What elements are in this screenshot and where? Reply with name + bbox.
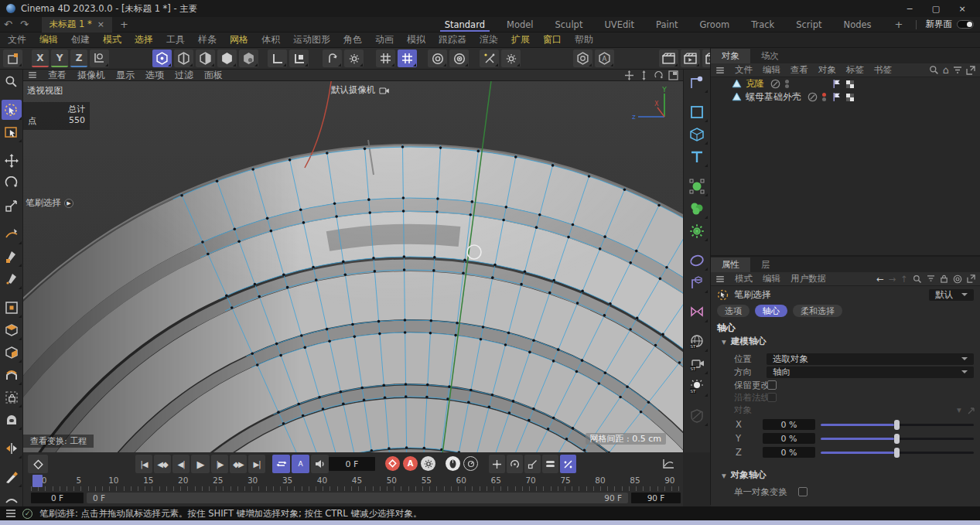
split-tool[interactable] [2, 438, 22, 459]
workspace-tab[interactable]: Script [785, 17, 832, 32]
axis-modify-button[interactable] [323, 49, 342, 67]
rotate-tool[interactable] [2, 173, 22, 193]
add-document-button[interactable]: + [112, 19, 136, 30]
modeling-settings-button[interactable] [3, 49, 22, 67]
pen-tool[interactable] [2, 269, 22, 289]
volume-builder-button[interactable] [686, 198, 708, 219]
viewport-menu-item[interactable]: 查看 [48, 69, 67, 82]
subdivision-surface-button[interactable] [686, 176, 708, 196]
current-frame-field[interactable]: 0 F [329, 457, 375, 471]
layout-toggle[interactable] [957, 20, 974, 29]
autokey-button[interactable]: A [403, 456, 418, 471]
toggle-view-icon[interactable] [668, 70, 678, 80]
add-workspace-button[interactable]: + [887, 19, 911, 30]
om-menu-item[interactable]: 编辑 [763, 64, 780, 76]
spline-smooth-tool[interactable] [2, 224, 22, 244]
dolly-view-icon[interactable] [639, 70, 649, 80]
sound-button[interactable] [311, 455, 329, 473]
play-mode-button[interactable]: A [292, 455, 309, 473]
key-rotation-button[interactable] [507, 455, 523, 473]
extrude-tool[interactable] [2, 343, 22, 363]
menu-item[interactable]: 帮助 [575, 33, 593, 46]
am-menu-item[interactable]: 编辑 [763, 273, 780, 285]
preset-dropdown[interactable]: 默认 [929, 289, 974, 301]
brush-select-tool[interactable] [2, 100, 22, 120]
scale-tool[interactable] [2, 196, 22, 216]
snap-tool-button[interactable] [480, 49, 499, 67]
om-filter-icon[interactable] [953, 66, 962, 74]
play-button[interactable]: ▶ [191, 455, 210, 473]
pen-square-tool[interactable] [2, 247, 22, 267]
document-tab[interactable]: 未标题 1 * × [42, 17, 112, 32]
axis-settings-button[interactable] [344, 49, 364, 67]
dial-record-button[interactable] [463, 456, 478, 471]
viewport-menu-item[interactable]: 选项 [145, 69, 164, 82]
document-close-icon[interactable]: × [97, 19, 104, 29]
menu-item[interactable]: 文件 [8, 33, 26, 46]
text-object-button[interactable] [686, 146, 708, 167]
weight-tool[interactable] [2, 410, 22, 430]
snap-radial-button[interactable] [428, 49, 447, 67]
workspace-tab[interactable]: UVEdit [593, 17, 645, 32]
workspace-tab[interactable]: Track [740, 17, 785, 32]
view-label[interactable]: 透视视图 [27, 85, 63, 97]
modeling-axis-group-header[interactable]: ▾ 建模轴心 [711, 336, 980, 347]
null-axis-button[interactable] [686, 272, 708, 293]
am-back-icon[interactable]: ← [876, 274, 884, 285]
om-search-icon[interactable] [929, 65, 939, 75]
object-row[interactable]: 克隆 [711, 77, 980, 90]
single-transform-checkbox[interactable] [798, 487, 808, 496]
quantize-button[interactable] [398, 49, 417, 67]
enable-toggle-icon[interactable] [808, 92, 818, 102]
om-home-icon[interactable]: ⌂ [943, 64, 949, 76]
menu-item[interactable]: 窗口 [543, 33, 562, 46]
am-menu-item[interactable]: 模式 [735, 273, 753, 285]
axis-x-lock-button[interactable]: X [32, 49, 49, 67]
panel-tab[interactable]: 属性 [711, 257, 750, 272]
xray-flag-icon[interactable] [832, 92, 841, 102]
menu-item[interactable]: 创建 [71, 33, 90, 46]
model-mode-button[interactable] [217, 49, 237, 67]
menu-item[interactable]: 跟踪器 [439, 33, 466, 46]
coordinate-system-button[interactable] [90, 49, 109, 67]
hex-target-button[interactable] [573, 49, 592, 67]
viewport-canvas[interactable]: 透视视图 总计 点550 笔刷选择 ▶ 默认摄像机 查看变换: 工程 网格间距 … [23, 81, 683, 452]
om-menu-item[interactable]: 对象 [818, 64, 836, 76]
bevel-tool[interactable] [2, 320, 22, 340]
workspace-tab[interactable]: Nodes [833, 17, 883, 32]
phong-tag-icon[interactable] [845, 93, 855, 102]
field-button[interactable] [686, 302, 708, 322]
preview-range-bar[interactable]: 0 F 90 F [87, 493, 628, 503]
prev-key-button[interactable]: ◀◆ [154, 455, 171, 473]
visibility-dots[interactable] [822, 93, 826, 101]
edges-mode-button[interactable] [174, 49, 193, 67]
am-forward-icon[interactable]: → [889, 274, 896, 285]
close-button[interactable]: × [949, 0, 975, 17]
workspace-tab[interactable]: Model [496, 17, 545, 32]
bridge-tool[interactable] [2, 365, 22, 385]
stage-camera-button[interactable]: ST [686, 353, 708, 374]
record-button[interactable] [385, 456, 400, 471]
y-slider[interactable] [821, 434, 974, 444]
am-up-icon[interactable]: ↑ [900, 274, 908, 285]
menu-item[interactable]: 运动图形 [293, 33, 330, 46]
menu-item[interactable]: 选择 [135, 33, 153, 46]
enable-toggle-icon[interactable] [770, 79, 780, 89]
menu-item[interactable]: 编辑 [39, 33, 58, 46]
key-scale-button[interactable] [524, 455, 541, 473]
menu-item[interactable]: 工具 [166, 33, 185, 46]
x-value-field[interactable]: 0 % [763, 419, 815, 430]
spline-pen-button[interactable] [686, 72, 708, 93]
generator-button[interactable] [686, 220, 708, 241]
am-popout-icon[interactable] [967, 274, 975, 283]
menu-item[interactable]: 扩展 [511, 33, 530, 46]
workspace-tab[interactable]: Standard [434, 17, 496, 32]
next-key-button[interactable]: ◆▶ [230, 455, 247, 473]
timeline-ruler[interactable]: 051015202530354045505560657075808590 [28, 476, 681, 486]
attribute-subtab[interactable]: 选项 [717, 305, 750, 317]
spline-deformer-button[interactable] [686, 250, 708, 271]
workspace-tab[interactable]: Groom [688, 17, 740, 32]
xray-flag-icon[interactable] [832, 79, 841, 89]
render-view-button[interactable] [659, 49, 678, 67]
key-position-button[interactable] [489, 455, 505, 473]
